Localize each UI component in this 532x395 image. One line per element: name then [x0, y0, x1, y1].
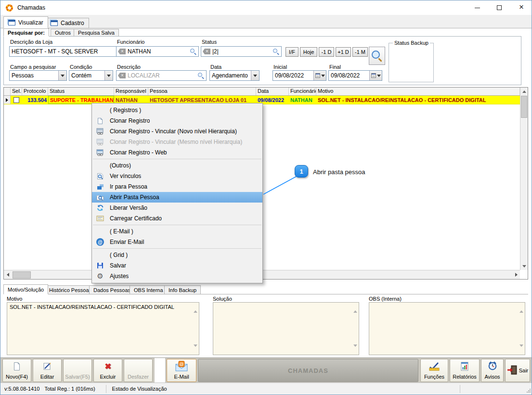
hoje-button[interactable]: Hoje [300, 47, 317, 57]
close-button[interactable] [510, 0, 532, 15]
tab-pesquisar-por[interactable]: Pesquisar por: [3, 28, 49, 37]
total-records-text: Total Reg.: 1 (016ms) [44, 386, 95, 392]
funcoes-button[interactable]: Funções [420, 359, 448, 382]
resize-grip-icon[interactable] [526, 388, 531, 393]
descricao-input[interactable]: LOCALIZAR [116, 70, 207, 81]
calendar-icon[interactable] [313, 71, 326, 80]
editar-button[interactable]: Editar [33, 359, 62, 382]
obs-interna-label: OBS (Interna) [369, 296, 402, 302]
avisos-button[interactable]: Avisos [481, 359, 504, 382]
col-protocolo[interactable]: Protocolo [22, 88, 48, 95]
scrollbar-thumb[interactable] [521, 96, 527, 118]
clear-field-icon[interactable] [118, 49, 126, 54]
document-search-icon [94, 173, 106, 180]
chevron-down-icon[interactable] [251, 71, 259, 80]
condicao-select[interactable]: Contém [69, 70, 113, 81]
edit-icon [43, 359, 52, 373]
minimize-button[interactable] [466, 0, 488, 15]
plus-1d-button[interactable]: +1 D [336, 47, 351, 57]
menu-item-ajustes[interactable]: Ajustes [92, 271, 262, 281]
solucao-textarea[interactable] [213, 302, 359, 355]
scroll-up-icon[interactable] [520, 88, 528, 95]
menu-item-salvar[interactable]: Salvar [92, 260, 262, 271]
menu-item-carregar-certificado[interactable]: Carregar Certificado [92, 213, 262, 224]
clear-field-icon[interactable] [118, 73, 126, 78]
motivo-textarea[interactable]: SOL.NET - INSTALACAO/REINSTALACAO - CERT… [7, 302, 199, 355]
email-button[interactable]: @ E-Mail [167, 359, 196, 382]
menu-item-liberar-versao[interactable]: Liberar Versão [92, 203, 262, 213]
scroll-left-icon[interactable] [4, 271, 12, 279]
menu-item-clonar-registro[interactable]: Clonar Registro [92, 115, 262, 126]
chevron-down-icon[interactable] [104, 71, 113, 80]
cell-motivo[interactable]: SOL.NET - INSTALACAO/REINSTALACAO - CERT… [316, 96, 520, 104]
chamadas-button: CHAMADAS [198, 359, 418, 382]
menu-item-abrir-pasta-pessoa[interactable]: Abrir Pasta Pessoa [92, 192, 262, 203]
campo-pesquisar-select[interactable]: Pessoas [9, 70, 67, 81]
minus-1m-button[interactable]: -1 M [352, 47, 368, 57]
final-label: Final [329, 64, 341, 70]
menu-item-ir-para-pessoa[interactable]: Ir para Pessoa [92, 181, 262, 192]
vertical-scrollbar[interactable] [520, 88, 528, 270]
search-button[interactable] [369, 47, 385, 65]
close-icon [519, 5, 524, 11]
col-motivo[interactable]: Motivo [316, 88, 520, 95]
tab-cadastro[interactable]: Cadastro [46, 18, 89, 28]
tab-dados-pessoas[interactable]: Dados Pessoas [89, 285, 135, 294]
tab-historico-pessoa[interactable]: Histórico Pessoa [45, 285, 93, 294]
scroll-down-icon[interactable] [520, 262, 528, 270]
tab-outros[interactable]: Outros [51, 29, 75, 37]
search-icon[interactable] [190, 48, 196, 55]
cell-protocolo[interactable]: 133.504 [22, 96, 48, 104]
inicial-date-input[interactable]: 09/08/2022 [272, 70, 326, 81]
tab-motivo-solucao[interactable]: Motivo/Solução [3, 284, 48, 294]
col-funcionario[interactable]: Funcionário [289, 88, 316, 95]
tab-visualizar[interactable]: Visualizar [3, 16, 48, 28]
relatorios-button[interactable]: Relatórios [450, 359, 480, 382]
final-date-input[interactable]: 09/08/2022 [328, 70, 382, 81]
col-status[interactable]: Status [48, 88, 114, 95]
row-checkbox[interactable] [13, 97, 19, 103]
clone-web-icon [94, 149, 106, 156]
if-button[interactable]: I/F [285, 47, 298, 57]
menu-item-clonar-web[interactable]: Clonar Registro - Web [92, 147, 262, 158]
exit-door-icon [507, 365, 517, 376]
maximize-button[interactable] [488, 0, 510, 15]
col-pessoa[interactable]: Pessoa [148, 88, 256, 95]
window-icon [51, 20, 58, 26]
sair-button[interactable]: Sair [505, 359, 530, 382]
minus-1d-button[interactable]: -1 D [319, 47, 334, 57]
novo-button[interactable]: Novo(F4) [2, 359, 31, 382]
search-icon[interactable] [197, 72, 204, 79]
email-envelope-icon: @ [175, 359, 188, 373]
status-input[interactable]: |2| [201, 46, 282, 57]
chevron-down-icon[interactable] [58, 71, 66, 80]
funcionario-label: Funcionário [117, 39, 144, 45]
refresh-icon [94, 204, 106, 211]
menu-header-registros: ( Registros ) [92, 105, 262, 115]
col-sel[interactable]: Sel. [11, 88, 22, 95]
excluir-button[interactable]: Excluir [93, 359, 122, 382]
menu-item-clonar-vincular-novo[interactable]: Clonar Registro - Vincular (Novo nível H… [92, 126, 262, 137]
menu-header-outros: (Outros) [92, 160, 262, 171]
results-grid: Sel. Protocolo Status Responsável Pessoa… [3, 87, 528, 280]
search-icon[interactable] [272, 48, 279, 55]
clear-field-icon[interactable] [203, 49, 210, 54]
funcionario-input[interactable]: NATHAN [116, 46, 199, 57]
tab-pesquisa-salva[interactable]: Pesquisa Salva [74, 29, 119, 37]
grid-header: Sel. Protocolo Status Responsável Pessoa… [4, 88, 520, 96]
calendar-icon[interactable] [369, 71, 382, 80]
cell-funcionario[interactable]: NATHAN [289, 96, 316, 104]
scrollbar-thumb[interactable] [13, 271, 31, 279]
window-title: Chamadas [17, 4, 45, 11]
col-responsavel[interactable]: Responsável [114, 88, 148, 95]
obs-interna-textarea[interactable] [369, 302, 525, 355]
col-data[interactable]: Data [256, 88, 289, 95]
menu-item-enviar-email[interactable]: Enviar E-Mail [92, 237, 262, 247]
scroll-right-icon[interactable] [512, 271, 520, 279]
data-select[interactable]: Agendamento [209, 70, 260, 81]
clone-link-icon [94, 139, 106, 146]
tab-obs-interna[interactable]: OBS Interna [130, 285, 168, 294]
context-menu: ( Registros ) Clonar Registro Clonar Reg… [91, 103, 263, 283]
tab-info-backup[interactable]: Info Backup [164, 285, 201, 294]
menu-item-ver-vinculos[interactable]: Ver vínculos [92, 171, 262, 181]
